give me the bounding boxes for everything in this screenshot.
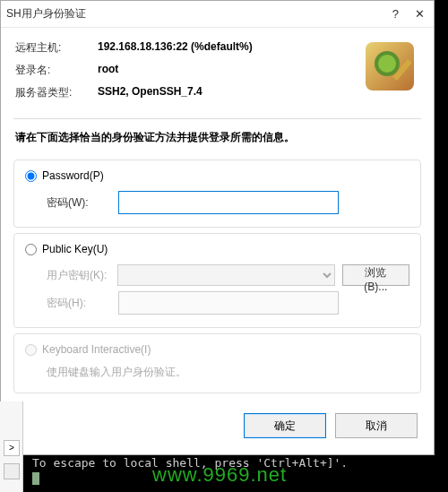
instruction-text: 请在下面选择恰当的身份验证方法并提供登录所需的信息。 — [1, 119, 434, 154]
browse-button[interactable]: 浏览(B)... — [342, 264, 409, 286]
password-radio-label[interactable]: Password(P) — [42, 169, 104, 182]
auth-kbd-group: Keyboard Interactive(I) 使用键盘输入用户身份验证。 — [13, 333, 421, 393]
dialog-button-row: 确定 取消 — [1, 399, 434, 454]
userkey-combo[interactable] — [117, 264, 335, 286]
watermark: www.9969.net — [152, 463, 287, 487]
connection-info: 远程主机: 192.168.18.136:22 (%default%) 登录名:… — [1, 28, 434, 118]
pubkey-radio[interactable] — [25, 244, 37, 255]
password-input[interactable] — [118, 191, 339, 214]
strip-button-2[interactable] — [4, 463, 20, 479]
login-label: 登录名: — [15, 63, 98, 78]
window-controls: ? ✕ — [392, 7, 425, 21]
server-type-value: SSH2, OpenSSH_7.4 — [98, 85, 202, 100]
side-strip: > — [0, 401, 23, 492]
password-radio[interactable] — [25, 170, 37, 182]
cursor-icon — [32, 472, 39, 485]
auth-dialog: SH用户身份验证 ? ✕ 远程主机: 192.168.18.136:22 (%d… — [0, 0, 435, 455]
kbd-desc: 使用键盘输入用户身份验证。 — [47, 365, 409, 380]
pubkey-pwd-label: 密码(H): — [47, 296, 111, 311]
key-icon — [366, 42, 414, 91]
host-value: 192.168.18.136:22 (%default%) — [98, 40, 253, 56]
password-field-label: 密码(W): — [47, 195, 111, 211]
pubkey-radio-label[interactable]: Public Key(U) — [42, 243, 108, 255]
close-icon[interactable]: ✕ — [415, 7, 425, 21]
host-label: 远程主机: — [15, 40, 98, 56]
help-icon[interactable]: ? — [392, 7, 399, 21]
connection-info-left: 远程主机: 192.168.18.136:22 (%default%) 登录名:… — [15, 40, 366, 108]
auth-pubkey-group: Public Key(U) 用户密钥(K): 浏览(B)... 密码(H): — [13, 233, 421, 328]
titlebar: SH用户身份验证 ? ✕ — [1, 1, 434, 28]
strip-button-1[interactable]: > — [4, 440, 20, 456]
pubkey-password-input[interactable] — [118, 291, 339, 315]
login-value: root — [98, 63, 118, 78]
server-type-label: 服务器类型: — [15, 85, 98, 100]
cancel-button[interactable]: 取消 — [335, 413, 418, 438]
ok-button[interactable]: 确定 — [244, 413, 326, 438]
auth-password-group: Password(P) 密码(W): — [13, 160, 421, 228]
kbd-radio-label: Keyboard Interactive(I) — [42, 343, 151, 356]
kbd-radio[interactable] — [25, 344, 37, 356]
userkey-label: 用户密钥(K): — [47, 268, 110, 283]
dialog-title: SH用户身份验证 — [6, 6, 86, 22]
